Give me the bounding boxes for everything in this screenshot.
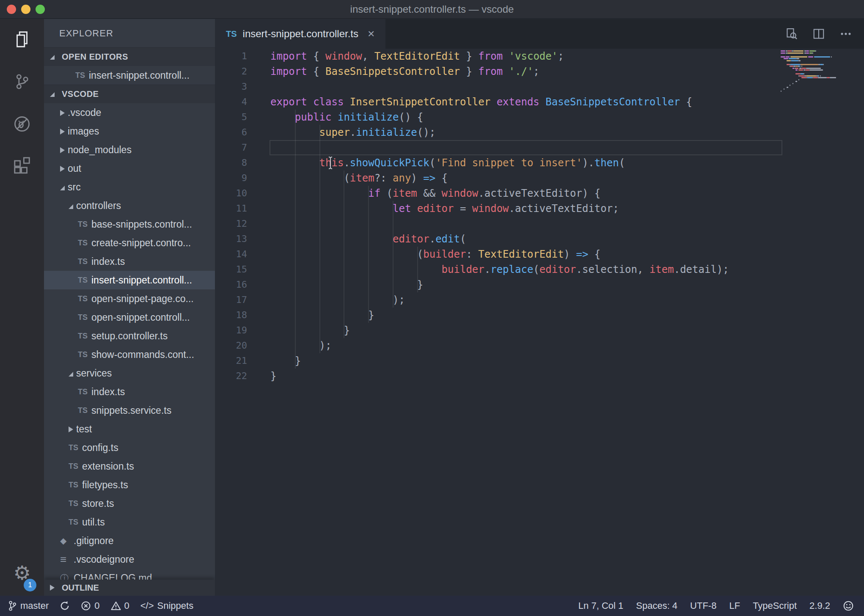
tree-item-util-ts[interactable]: TSutil.ts [44,513,215,531]
code-line[interactable]: 16 } [215,277,864,292]
tree-item-vscodeignore[interactable]: ≡.vscodeignore [44,550,215,569]
tab-insert-snippet-controller[interactable]: TS insert-snippet.controller.ts × [215,19,385,49]
code-line[interactable]: 2import { BaseSnippetsController } from … [215,64,864,79]
line-number[interactable]: 6 [215,125,247,140]
code-line[interactable]: 11 let editor = window.activeTextEditor; [215,201,864,216]
tree-item-store-ts[interactable]: TSstore.ts [44,494,215,513]
code-line[interactable]: 14 (builder: TextEditorEdit) => { [215,247,864,262]
line-number[interactable]: 11 [215,201,247,216]
code-editor[interactable]: 1import { window, TextEditorEdit } from … [215,49,864,596]
code-line[interactable]: 18 } [215,308,864,323]
tree-item-filetypes-ts[interactable]: TSfiletypes.ts [44,476,215,494]
tree-item-node-modules[interactable]: node_modules [44,140,215,159]
code-line[interactable]: 21 } [215,353,864,368]
line-number[interactable]: 21 [215,353,247,368]
line-number[interactable]: 8 [215,155,247,170]
line-number[interactable]: 9 [215,170,247,186]
code-line[interactable]: 8 this.showQuickPick('Find snippet to in… [215,155,864,170]
feedback-status-item[interactable] [843,600,854,611]
activity-extensions-button[interactable] [0,146,44,188]
more-actions-icon[interactable] [839,28,852,40]
tree-item-images[interactable]: images [44,122,215,140]
tree-item-services[interactable]: services [44,364,215,382]
line-number[interactable]: 13 [215,231,247,247]
git-branch-status-item[interactable]: master [8,600,49,611]
snippets-extension-status-item[interactable]: </>Snippets [140,600,193,611]
cursor-position-status-item[interactable]: Ln 7, Col 1 [578,600,623,611]
code-line[interactable]: 6 super.initialize(); [215,125,864,140]
code-line[interactable]: 19 } [215,323,864,338]
tree-item-open-snippet-controll[interactable]: TSopen-snippet.controll... [44,308,215,327]
code-line[interactable]: 4export class InsertSnippetController ex… [215,94,864,110]
line-number[interactable]: 18 [215,308,247,323]
warnings-status-item[interactable]: 0 [111,600,129,611]
tree-item-gitignore[interactable]: ◆.gitignore [44,531,215,550]
tree-item-config-ts[interactable]: TSconfig.ts [44,438,215,457]
settings-button[interactable]: ⚙ 1 [0,553,44,593]
line-number[interactable]: 15 [215,262,247,277]
tree-item-test[interactable]: test [44,420,215,438]
code-line[interactable]: 3 [215,79,864,94]
tree-item-index-ts[interactable]: TSindex.ts [44,382,215,401]
activity-debug-button[interactable] [0,104,44,146]
line-number[interactable]: 2 [215,64,247,79]
line-number[interactable]: 7 [215,140,247,155]
eol-status-item[interactable]: LF [729,600,740,611]
line-number[interactable]: 1 [215,49,247,64]
tree-item-base-snippets-control[interactable]: TSbase-snippets.control... [44,215,215,234]
tree-item-insert-snippet-controll[interactable]: TSinsert-snippet.controll... [44,271,215,289]
close-tab-icon[interactable]: × [364,27,374,41]
code-line[interactable]: 1import { window, TextEditorEdit } from … [215,49,864,64]
minimap[interactable] [781,50,845,92]
tree-item-out[interactable]: out [44,159,215,178]
line-number[interactable]: 12 [215,216,247,231]
code-line[interactable]: 10 if (item && window.activeTextEditor) … [215,186,864,201]
tree-item-index-ts[interactable]: TSindex.ts [44,252,215,271]
code-line[interactable]: 12 [215,216,864,231]
line-number[interactable]: 19 [215,323,247,338]
line-number[interactable]: 5 [215,110,247,125]
line-number[interactable]: 16 [215,277,247,292]
code-line[interactable]: 5 public initialize() { [215,110,864,125]
open-editors-header[interactable]: OPEN EDITORS [44,47,215,66]
code-line[interactable]: 15 builder.replace(editor.selection, ite… [215,262,864,277]
line-number[interactable]: 22 [215,368,247,384]
code-line[interactable]: 9 (item?: any) => { [215,170,864,186]
outline-section-header[interactable]: OUTLINE [44,580,215,596]
tree-item-label: src [68,182,81,193]
tree-item-open-snippet-page-co[interactable]: TSopen-snippet-page.co... [44,289,215,308]
line-number[interactable]: 17 [215,292,247,308]
search-in-file-icon[interactable] [785,28,798,40]
typescript-version-status-item[interactable]: 2.9.2 [809,600,830,611]
tree-item-insert-snippet-controll[interactable]: TSinsert-snippet.controll... [44,66,215,85]
tree-item-src[interactable]: src [44,178,215,196]
tree-item-extension-ts[interactable]: TSextension.ts [44,457,215,476]
code-line[interactable]: 20 ); [215,338,864,353]
chevron-collapsed-icon [60,107,68,118]
code-line[interactable]: 7 [215,140,864,155]
code-line[interactable]: 13 editor.edit( [215,231,864,247]
line-number[interactable]: 20 [215,338,247,353]
tree-item-label: insert-snippet.controll... [91,275,192,286]
encoding-status-item[interactable]: UTF-8 [690,600,716,611]
tree-item-controllers[interactable]: controllers [44,196,215,215]
line-number[interactable]: 10 [215,186,247,201]
tree-item-snippets-service-ts[interactable]: TSsnippets.service.ts [44,401,215,420]
sync-status-item[interactable] [60,601,70,611]
line-number[interactable]: 14 [215,247,247,262]
folder-section-header[interactable]: VSCODE [44,85,215,103]
indentation-status-item[interactable]: Spaces: 4 [636,600,677,611]
activity-explorer-button[interactable] [0,19,44,61]
errors-status-item[interactable]: 0 [81,600,99,611]
tree-item-create-snippet-contro[interactable]: TScreate-snippet.contro... [44,234,215,252]
code-line[interactable]: 22} [215,368,864,384]
tree-item-setup-controller-ts[interactable]: TSsetup.controller.ts [44,327,215,345]
language-mode-status-item[interactable]: TypeScript [753,600,797,611]
activity-source-control-button[interactable] [0,61,44,104]
line-number[interactable]: 4 [215,94,247,110]
split-editor-icon[interactable] [812,28,825,40]
tree-item-vscode[interactable]: .vscode [44,103,215,122]
code-line[interactable]: 17 ); [215,292,864,308]
line-number[interactable]: 3 [215,79,247,94]
tree-item-show-commands-cont[interactable]: TSshow-commands.cont... [44,345,215,364]
